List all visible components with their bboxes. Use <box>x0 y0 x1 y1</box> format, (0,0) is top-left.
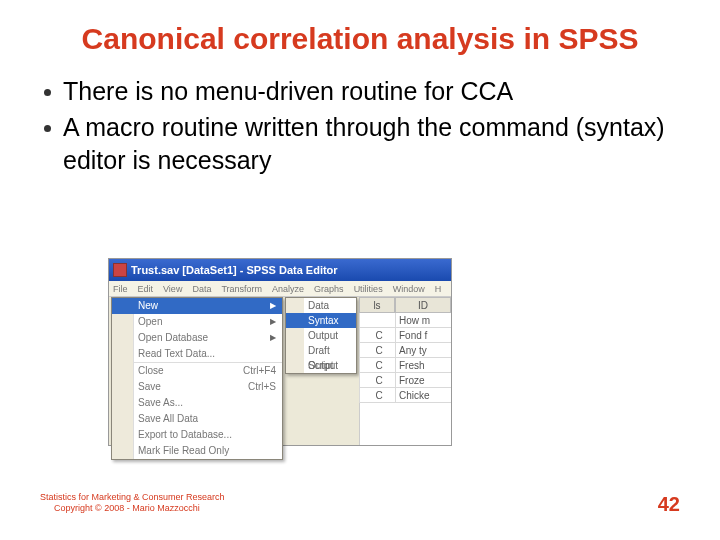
menu-utilities[interactable]: Utilities <box>354 284 383 294</box>
sheet-cell[interactable]: C <box>359 328 395 343</box>
file-menu-close[interactable]: Close Ctrl+F4 <box>112 363 282 379</box>
file-menu-exportdb[interactable]: Export to Database... <box>112 427 282 443</box>
page-number: 42 <box>658 493 680 516</box>
menu-file[interactable]: File <box>113 284 128 294</box>
submenu-arrow-icon: ▶ <box>270 298 276 314</box>
file-menu-opendb[interactable]: Open Database ▶ <box>112 330 282 346</box>
file-menu-markro-label: Mark File Read Only <box>138 443 229 459</box>
sheet-cell[interactable]: C <box>359 388 395 403</box>
sheet-col-right: ID How m Fond f Any ty Fresh Froze Chick… <box>395 297 451 445</box>
menu-graphs[interactable]: Graphs <box>314 284 344 294</box>
menu-edit[interactable]: Edit <box>138 284 154 294</box>
menu-help[interactable]: H <box>435 284 442 294</box>
menu-transform[interactable]: Transform <box>221 284 262 294</box>
sheet-cell[interactable]: Chicke <box>395 388 451 403</box>
file-menu-saveall-label: Save All Data <box>138 411 198 427</box>
data-sheet: ls C C C C C ID How m Fond f Any ty Fres… <box>359 297 451 445</box>
bullet-dot-icon <box>44 125 51 132</box>
submenu-arrow-icon: ▶ <box>270 314 276 330</box>
submenu-draft[interactable]: Draft Output <box>286 343 356 358</box>
file-menu-markro[interactable]: Mark File Read Only <box>112 443 282 459</box>
titlebar: Trust.sav [DataSet1] - SPSS Data Editor <box>109 259 451 281</box>
sheet-cell[interactable]: C <box>359 343 395 358</box>
file-menu-readtext-label: Read Text Data... <box>138 346 215 362</box>
window-body: New ▶ Open ▶ Open Database ▶ Read Text D… <box>109 297 451 445</box>
spss-screenshot: Trust.sav [DataSet1] - SPSS Data Editor … <box>108 258 452 446</box>
submenu-syntax[interactable]: Syntax <box>286 313 356 328</box>
menu-data[interactable]: Data <box>192 284 211 294</box>
sheet-cell[interactable]: Froze <box>395 373 451 388</box>
footer-text: Statistics for Marketing & Consumer Rese… <box>40 492 225 515</box>
col-header[interactable]: ls <box>359 297 395 313</box>
file-menu-saveas[interactable]: Save As... <box>112 395 282 411</box>
submenu-arrow-icon: ▶ <box>270 330 276 346</box>
sheet-cell[interactable]: Any ty <box>395 343 451 358</box>
sheet-cell[interactable]: How m <box>395 313 451 328</box>
menu-view[interactable]: View <box>163 284 182 294</box>
sheet-cell[interactable]: Fresh <box>395 358 451 373</box>
file-menu-close-label: Close <box>138 363 164 379</box>
submenu-script[interactable]: Script <box>286 358 356 373</box>
app-icon <box>113 263 127 277</box>
bullet-list: There is no menu-driven routine for CCA … <box>0 75 720 177</box>
file-menu-close-shortcut: Ctrl+F4 <box>243 363 276 379</box>
file-menu-opendb-label: Open Database <box>138 330 208 346</box>
sheet-cell[interactable]: Fond f <box>395 328 451 343</box>
file-menu-save[interactable]: Save Ctrl+S <box>112 379 282 395</box>
bullet-item: There is no menu-driven routine for CCA <box>44 75 680 108</box>
footer-line2: Copyright © 2008 - Mario Mazzocchi <box>40 503 225 514</box>
file-menu-open-label: Open <box>138 314 162 330</box>
file-menu-saveall[interactable]: Save All Data <box>112 411 282 427</box>
file-menu-dropdown: New ▶ Open ▶ Open Database ▶ Read Text D… <box>111 297 283 460</box>
menu-analyze[interactable]: Analyze <box>272 284 304 294</box>
file-menu-save-label: Save <box>138 379 161 395</box>
file-menu-new[interactable]: New ▶ <box>112 298 282 314</box>
sheet-cell[interactable] <box>359 313 395 328</box>
file-menu-open[interactable]: Open ▶ <box>112 314 282 330</box>
footer-line1: Statistics for Marketing & Consumer Rese… <box>40 492 225 503</box>
window-title: Trust.sav [DataSet1] - SPSS Data Editor <box>131 264 338 276</box>
menu-window[interactable]: Window <box>393 284 425 294</box>
sheet-cell[interactable]: C <box>359 373 395 388</box>
new-submenu: Data Syntax Output Draft Output Script <box>285 297 357 374</box>
file-menu-readtext[interactable]: Read Text Data... <box>112 346 282 362</box>
bullet-item: A macro routine written through the comm… <box>44 111 680 176</box>
submenu-output[interactable]: Output <box>286 328 356 343</box>
bullet-text: There is no menu-driven routine for CCA <box>63 75 513 108</box>
col-header[interactable]: ID <box>395 297 451 313</box>
bullet-text: A macro routine written through the comm… <box>63 111 680 176</box>
bullet-dot-icon <box>44 89 51 96</box>
slide-title: Canonical correlation analysis in SPSS <box>0 0 720 75</box>
submenu-data[interactable]: Data <box>286 298 356 313</box>
sheet-cell[interactable]: C <box>359 358 395 373</box>
file-menu-saveas-label: Save As... <box>138 395 183 411</box>
file-menu-save-shortcut: Ctrl+S <box>248 379 276 395</box>
menubar: File Edit View Data Transform Analyze Gr… <box>109 281 451 297</box>
file-menu-exportdb-label: Export to Database... <box>138 427 232 443</box>
file-menu-new-label: New <box>138 298 158 314</box>
sheet-col-left: ls C C C C C <box>359 297 395 445</box>
